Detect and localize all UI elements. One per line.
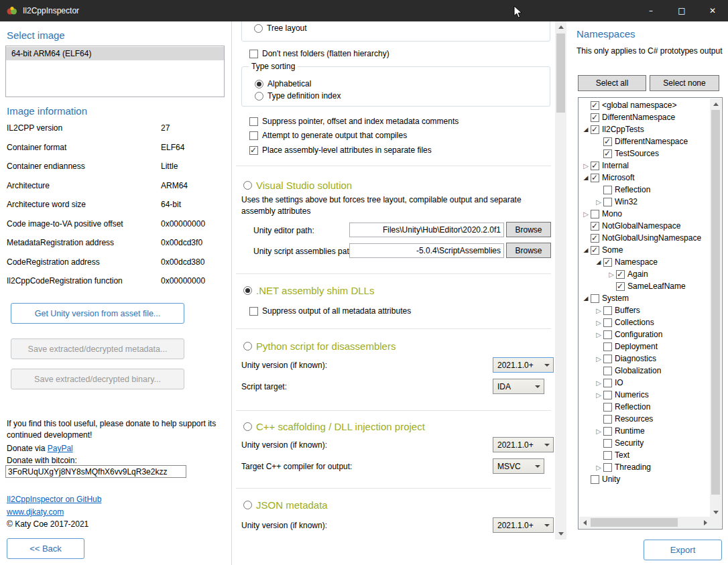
namespace-tree-item[interactable]: Resources xyxy=(579,413,711,425)
namespace-checkbox[interactable] xyxy=(603,149,612,158)
expander-icon[interactable] xyxy=(594,319,603,326)
visual-studio-radio[interactable] xyxy=(243,181,252,190)
namespace-checkbox[interactable] xyxy=(603,451,612,460)
scroll-left-button[interactable] xyxy=(579,517,591,528)
tree-horizontal-scrollbar[interactable] xyxy=(579,517,711,528)
namespace-tree[interactable]: <global namespace> DifferentNamespace Il… xyxy=(578,97,723,529)
expander-icon[interactable] xyxy=(581,126,591,133)
namespace-tree-item[interactable]: Buffers xyxy=(579,304,711,316)
browse-editor-path-button[interactable]: Browse xyxy=(506,222,551,237)
scrollbar-thumb[interactable] xyxy=(591,518,678,527)
expander-icon[interactable] xyxy=(581,174,591,181)
namespace-checkbox[interactable] xyxy=(591,222,599,231)
flatten-option[interactable]: Don't nest folders (flatten hierarchy) xyxy=(249,49,389,58)
json-metadata-radio[interactable] xyxy=(243,501,252,509)
github-link[interactable]: Il2CppInspector on GitHub xyxy=(7,495,101,504)
namespace-checkbox[interactable] xyxy=(603,379,612,387)
cpp-unity-version-select[interactable]: 2021.1.0+ xyxy=(493,437,554,452)
namespace-tree-item[interactable]: Runtime xyxy=(579,425,711,437)
namespace-checkbox[interactable] xyxy=(603,137,612,146)
namespace-checkbox[interactable] xyxy=(616,282,625,291)
expander-icon[interactable] xyxy=(581,295,591,302)
namespace-tree-item[interactable]: Again xyxy=(579,268,711,280)
python-script-option[interactable]: Python script for disassemblers xyxy=(243,340,396,352)
scrollbar-thumb[interactable] xyxy=(711,110,720,495)
namespace-checkbox[interactable] xyxy=(591,475,599,484)
export-button[interactable]: Export xyxy=(644,540,722,560)
namespace-tree-item[interactable]: Reflection xyxy=(579,401,711,413)
namespace-tree-item[interactable]: Text xyxy=(579,449,711,461)
namespace-checkbox[interactable] xyxy=(603,427,612,436)
bitcoin-address-input[interactable] xyxy=(5,465,186,478)
cpp-compiler-select[interactable]: MSVC xyxy=(493,458,544,474)
expander-icon[interactable] xyxy=(594,428,603,435)
expander-icon[interactable] xyxy=(594,355,603,363)
namespace-checkbox[interactable] xyxy=(603,439,612,448)
namespace-tree-item[interactable]: IO xyxy=(579,377,711,389)
dotnet-shim-option[interactable]: .NET assembly shim DLLs xyxy=(243,285,374,296)
expander-icon[interactable] xyxy=(581,162,591,170)
namespace-checkbox[interactable] xyxy=(591,210,599,218)
compilable-output-checkbox[interactable] xyxy=(249,131,258,140)
unity-editor-path-input[interactable]: Files\Unity\Hub\Editor\2020.2.0f1 xyxy=(349,223,504,237)
alphabetical-radio[interactable] xyxy=(255,80,263,88)
cpp-scaffolding-radio[interactable] xyxy=(243,422,252,431)
cpp-scaffolding-option[interactable]: C++ scaffolding / DLL injection project xyxy=(243,421,425,432)
select-all-button[interactable]: Select all xyxy=(578,75,646,91)
type-definition-index-option[interactable]: Type definition index xyxy=(255,91,341,101)
close-button[interactable]: ✕ xyxy=(697,0,728,21)
expander-icon[interactable] xyxy=(594,379,603,387)
namespace-tree-item[interactable]: Deployment xyxy=(579,340,711,353)
namespace-checkbox[interactable] xyxy=(603,355,612,363)
compilable-output-option[interactable]: Attempt to generate output that compiles xyxy=(249,131,407,140)
suppress-comments-option[interactable]: Suppress pointer, offset and index metad… xyxy=(249,117,459,126)
namespace-checkbox[interactable] xyxy=(591,125,599,134)
namespace-checkbox[interactable] xyxy=(603,198,612,206)
scroll-up-button[interactable] xyxy=(710,99,721,110)
tree-layout-option[interactable]: Tree layout xyxy=(254,23,307,33)
expander-icon[interactable] xyxy=(594,198,603,206)
namespace-checkbox[interactable] xyxy=(603,415,612,424)
suppress-metadata-attributes-option[interactable]: Suppress output of all metadata attribut… xyxy=(249,306,411,316)
expander-icon[interactable] xyxy=(594,259,603,265)
namespace-checkbox[interactable] xyxy=(591,174,599,182)
namespace-checkbox[interactable] xyxy=(603,258,612,267)
flatten-checkbox[interactable] xyxy=(249,50,258,58)
namespace-checkbox[interactable] xyxy=(603,403,612,412)
expander-icon[interactable] xyxy=(581,247,591,253)
namespace-checkbox[interactable] xyxy=(603,318,612,327)
paypal-link[interactable]: PayPal xyxy=(48,444,73,453)
image-listbox[interactable]: 64-bit ARM64 (ELF64) xyxy=(5,46,225,97)
namespace-checkbox[interactable] xyxy=(603,330,612,339)
expander-icon[interactable] xyxy=(594,307,603,314)
json-metadata-option[interactable]: JSON metadata xyxy=(243,499,328,511)
scrollbar-thumb[interactable] xyxy=(556,34,565,113)
namespace-checkbox[interactable] xyxy=(603,342,612,351)
unity-script-assemblies-input[interactable]: -5.0.4\ScriptAssemblies xyxy=(349,243,504,258)
namespace-tree-item[interactable]: Diagnostics xyxy=(579,353,711,365)
image-list-item[interactable]: 64-bit ARM64 (ELF64) xyxy=(6,47,224,60)
type-definition-index-radio[interactable] xyxy=(255,92,263,101)
namespace-tree-item[interactable]: Unity xyxy=(579,473,711,485)
namespace-tree-item[interactable]: DifferentNamespace xyxy=(579,111,711,123)
namespace-checkbox[interactable] xyxy=(603,367,612,375)
namespace-checkbox[interactable] xyxy=(591,101,599,110)
suppress-metadata-attributes-checkbox[interactable] xyxy=(249,307,258,316)
namespace-tree-item[interactable]: Collections xyxy=(579,316,711,328)
namespace-checkbox[interactable] xyxy=(603,391,612,399)
namespace-tree-item[interactable]: Reflection xyxy=(579,184,711,196)
namespace-checkbox[interactable] xyxy=(591,113,599,122)
namespace-tree-item[interactable]: Win32 xyxy=(579,196,711,208)
namespace-tree-item[interactable]: Some xyxy=(579,244,711,256)
namespace-tree-item[interactable]: Globalization xyxy=(579,365,711,377)
website-link[interactable]: www.djkaty.com xyxy=(7,507,64,517)
namespace-tree-item[interactable]: Il2CppTests xyxy=(579,123,711,135)
namespace-tree-item[interactable]: Configuration xyxy=(579,328,711,340)
back-button[interactable]: << Back xyxy=(7,538,84,559)
visual-studio-option[interactable]: Visual Studio solution xyxy=(243,180,352,191)
scroll-down-button[interactable] xyxy=(555,528,566,540)
get-unity-version-button[interactable]: Get Unity version from asset file... xyxy=(11,303,184,324)
python-script-radio[interactable] xyxy=(243,342,252,351)
expander-icon[interactable] xyxy=(594,391,603,399)
separate-attributes-checkbox[interactable] xyxy=(249,146,258,155)
